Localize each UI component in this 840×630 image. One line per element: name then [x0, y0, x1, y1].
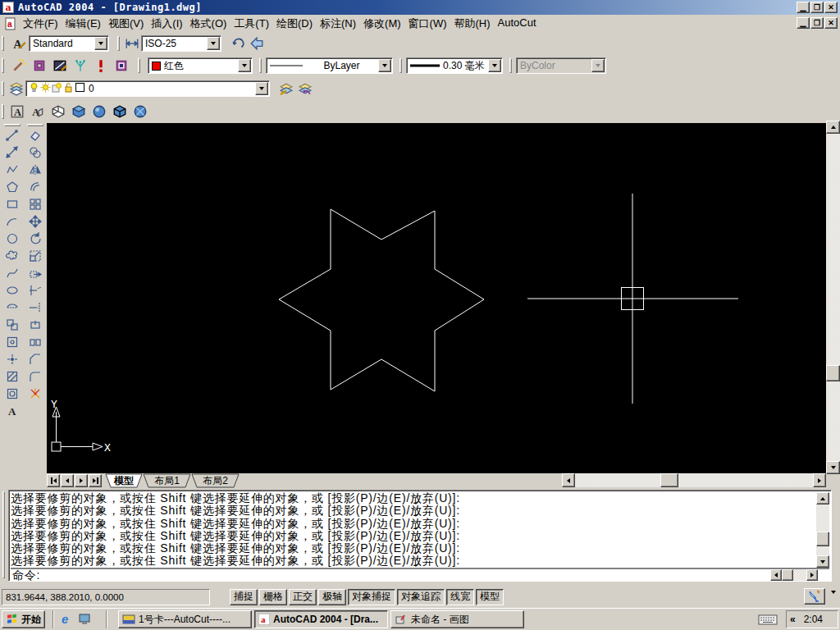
command-history[interactable]: 选择要修剪的对象，或按住 Shift 键选择要延伸的对象，或 [投影(P)/边(… [11, 492, 816, 568]
toggle-捕捉[interactable]: 捕捉 [230, 589, 258, 605]
menu-item[interactable]: AutoCut [495, 14, 540, 34]
undo-icon[interactable] [228, 34, 247, 53]
toolbar-grip[interactable] [2, 36, 4, 51]
tab-last-icon[interactable] [89, 474, 102, 487]
extend-icon[interactable] [26, 299, 44, 316]
toolbar-grip[interactable] [259, 58, 262, 73]
close-button[interactable]: ✕ [824, 2, 838, 13]
dim-style-icon[interactable] [122, 34, 141, 53]
scroll-down-icon[interactable] [826, 461, 840, 474]
scroll-down-icon[interactable] [816, 555, 829, 568]
ellipse-icon[interactable] [3, 282, 21, 299]
canvas-hscrollbar[interactable] [562, 473, 826, 487]
3d-wireframe-icon[interactable]: A [27, 102, 48, 121]
menu-item[interactable]: 修改(M) [360, 14, 404, 34]
match-properties-icon[interactable] [8, 56, 29, 75]
exclamation-icon[interactable] [90, 56, 111, 75]
unlock-icon[interactable] [63, 82, 74, 95]
menu-item[interactable]: 文件(F) [20, 14, 62, 34]
multiline-text-icon[interactable]: A [3, 403, 21, 419]
framed-square-icon[interactable] [111, 56, 131, 75]
keyboard-tray-icon[interactable] [758, 613, 778, 626]
polygon-icon[interactable] [3, 179, 21, 195]
menu-item[interactable]: 绘图(D) [273, 14, 316, 34]
hscroll-track[interactable] [575, 473, 813, 487]
mirror-icon[interactable] [26, 162, 44, 178]
purple-ring-icon[interactable] [29, 56, 49, 75]
vscroll-track[interactable] [826, 134, 840, 461]
toggle-极轴[interactable]: 极轴 [318, 589, 346, 605]
polyline-icon[interactable] [3, 162, 21, 178]
toolbar-grip[interactable] [117, 36, 120, 51]
insert-block-icon[interactable] [3, 317, 21, 333]
start-button[interactable]: 开始 [2, 610, 45, 628]
text-style-icon[interactable]: A [10, 34, 29, 53]
break-at-point-icon[interactable] [26, 317, 44, 333]
doc-close-button[interactable]: ✕ [824, 17, 838, 29]
flat-shaded-edges-icon[interactable] [109, 102, 130, 121]
gouraud-shaded-icon[interactable] [89, 102, 109, 121]
scroll-left-icon[interactable] [562, 473, 575, 487]
toolbar-grip[interactable] [27, 124, 43, 126]
tab-next-icon[interactable] [75, 474, 88, 487]
rotate-icon[interactable] [26, 231, 44, 247]
image-icon[interactable] [49, 56, 70, 75]
toolbar-grip[interactable] [2, 104, 4, 119]
stretch-icon[interactable] [26, 265, 44, 281]
scroll-up-icon[interactable] [816, 492, 829, 504]
hidden-icon[interactable] [48, 102, 68, 121]
lineweight-combo[interactable]: 0.30 毫米 [406, 57, 503, 74]
offset-icon[interactable] [26, 179, 44, 195]
sun-viewport-icon[interactable] [52, 82, 62, 95]
ie-icon[interactable]: e [57, 610, 75, 629]
cmd-vscroll-thumb[interactable] [816, 532, 829, 546]
scroll-left-icon[interactable] [770, 569, 782, 581]
task-button[interactable]: 1号卡---AutoCut----... [118, 610, 252, 628]
menu-item[interactable]: 标注(N) [317, 14, 359, 34]
status-menu-arrow-icon[interactable] [831, 594, 836, 605]
toolbar-grip[interactable] [509, 58, 512, 73]
rectangle-icon[interactable] [3, 196, 21, 212]
toggle-正交[interactable]: 正交 [289, 589, 317, 605]
revision-cloud-icon[interactable] [3, 248, 21, 264]
make-block-icon[interactable] [3, 334, 21, 350]
bulb-icon[interactable] [29, 82, 39, 95]
layer-states-icon[interactable] [276, 80, 295, 98]
layer-previous-icon[interactable] [295, 80, 314, 98]
back-arrow-icon[interactable] [247, 34, 266, 53]
toggle-对象追踪[interactable]: 对象追踪 [397, 589, 445, 605]
drawing-canvas[interactable]: Y X [47, 123, 826, 473]
canvas-vscrollbar[interactable] [826, 121, 840, 474]
toolbar-grip[interactable] [138, 58, 140, 73]
vscroll-thumb[interactable] [826, 365, 840, 381]
2d-wireframe-icon[interactable]: A [7, 102, 27, 121]
doc-minimize-button[interactable]: ▁ [797, 17, 810, 29]
menu-item[interactable]: 视图(V) [105, 14, 147, 34]
toolbar-grip[interactable] [399, 58, 402, 73]
task-button[interactable]: 未命名 - 画图 [390, 610, 524, 628]
fillet-icon[interactable] [26, 368, 44, 385]
scroll-up-icon[interactable] [826, 121, 840, 134]
erase-icon[interactable] [26, 127, 44, 144]
spline-icon[interactable] [3, 265, 21, 281]
hatch-icon[interactable] [3, 368, 21, 385]
dim-style-combo[interactable]: ISO-25 [141, 35, 221, 52]
cmd-hscroll-thumb[interactable] [782, 569, 793, 581]
doc-restore-button[interactable]: ❐ [810, 17, 824, 29]
explode-icon[interactable] [26, 386, 44, 402]
task-button[interactable]: aAutoCAD 2004 - [Dra... [254, 610, 388, 628]
chamfer-icon[interactable] [26, 351, 44, 368]
break-icon[interactable] [26, 334, 44, 350]
ellipse-arc-icon[interactable] [3, 299, 21, 316]
color-combo[interactable]: 红色 [148, 57, 253, 74]
minimize-button[interactable]: ▁ [797, 2, 810, 13]
tab-first-icon[interactable] [47, 474, 60, 487]
hscroll-thumb[interactable] [660, 473, 678, 487]
layers-icon[interactable] [7, 80, 25, 98]
array-icon[interactable] [26, 196, 44, 212]
command-vscrollbar[interactable] [816, 492, 829, 568]
scale-icon[interactable] [26, 248, 44, 264]
menu-item[interactable]: 工具(T) [231, 14, 272, 34]
toggle-栅格[interactable]: 栅格 [259, 589, 287, 605]
menu-item[interactable]: 编辑(E) [62, 14, 104, 34]
